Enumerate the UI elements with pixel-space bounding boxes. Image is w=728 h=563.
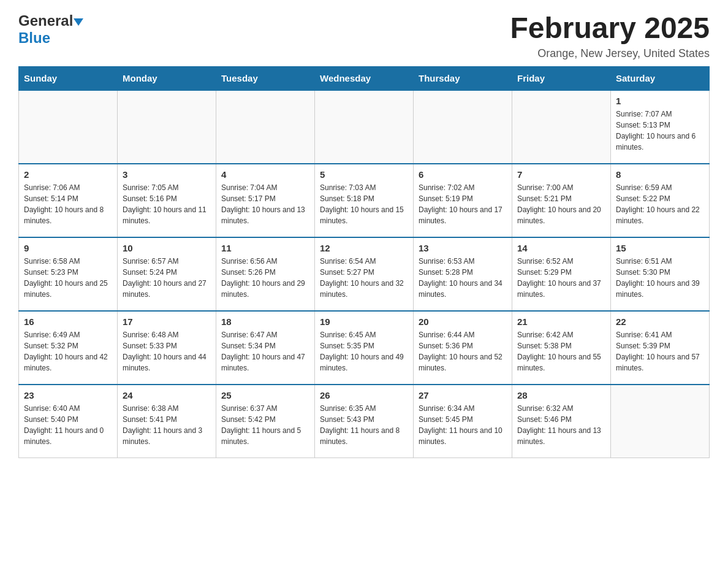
day-number: 1 (616, 96, 704, 106)
day-info: Sunrise: 6:58 AMSunset: 5:23 PMDaylight:… (24, 256, 112, 300)
calendar-cell: 5Sunrise: 7:03 AMSunset: 5:18 PMDaylight… (315, 164, 414, 237)
day-info: Sunrise: 7:07 AMSunset: 5:13 PMDaylight:… (616, 109, 704, 153)
calendar-week-row: 1Sunrise: 7:07 AMSunset: 5:13 PMDaylight… (19, 90, 710, 164)
day-info: Sunrise: 7:04 AMSunset: 5:17 PMDaylight:… (221, 182, 309, 226)
calendar-cell: 20Sunrise: 6:44 AMSunset: 5:36 PMDayligh… (414, 311, 512, 385)
calendar-cell: 11Sunrise: 6:56 AMSunset: 5:26 PMDayligh… (216, 237, 315, 311)
calendar-cell (512, 90, 611, 164)
weekday-header-thursday: Thursday (414, 66, 512, 90)
calendar-cell (611, 385, 710, 458)
day-info: Sunrise: 6:41 AMSunset: 5:39 PMDaylight:… (616, 329, 704, 373)
day-number: 17 (123, 316, 211, 327)
day-number: 10 (123, 243, 211, 253)
calendar-cell: 13Sunrise: 6:53 AMSunset: 5:28 PMDayligh… (414, 237, 512, 311)
day-number: 20 (419, 316, 507, 327)
day-info: Sunrise: 6:56 AMSunset: 5:26 PMDaylight:… (221, 256, 309, 300)
day-number: 3 (123, 169, 211, 180)
day-info: Sunrise: 7:06 AMSunset: 5:14 PMDaylight:… (24, 182, 112, 226)
day-number: 28 (517, 390, 605, 400)
day-info: Sunrise: 6:42 AMSunset: 5:38 PMDaylight:… (517, 329, 605, 373)
weekday-header-friday: Friday (512, 66, 611, 90)
weekday-row: SundayMondayTuesdayWednesdayThursdayFrid… (19, 66, 710, 90)
day-number: 13 (419, 243, 507, 253)
day-info: Sunrise: 6:57 AMSunset: 5:24 PMDaylight:… (123, 256, 211, 300)
day-info: Sunrise: 7:00 AMSunset: 5:21 PMDaylight:… (517, 182, 605, 226)
calendar-cell: 15Sunrise: 6:51 AMSunset: 5:30 PMDayligh… (611, 237, 710, 311)
day-info: Sunrise: 6:32 AMSunset: 5:46 PMDaylight:… (517, 403, 605, 447)
calendar-cell: 25Sunrise: 6:37 AMSunset: 5:42 PMDayligh… (216, 385, 315, 458)
day-number: 12 (320, 243, 408, 253)
day-number: 23 (24, 390, 112, 400)
calendar-cell: 24Sunrise: 6:38 AMSunset: 5:41 PMDayligh… (118, 385, 216, 458)
weekday-header-monday: Monday (118, 66, 216, 90)
day-number: 15 (616, 243, 704, 253)
calendar-table: SundayMondayTuesdayWednesdayThursdayFrid… (18, 66, 710, 459)
calendar-cell (19, 90, 118, 164)
day-number: 2 (24, 169, 112, 180)
calendar-cell: 19Sunrise: 6:45 AMSunset: 5:35 PMDayligh… (315, 311, 414, 385)
day-number: 27 (419, 390, 507, 400)
calendar-cell: 26Sunrise: 6:35 AMSunset: 5:43 PMDayligh… (315, 385, 414, 458)
calendar-cell: 3Sunrise: 7:05 AMSunset: 5:16 PMDaylight… (118, 164, 216, 237)
calendar-cell: 10Sunrise: 6:57 AMSunset: 5:24 PMDayligh… (118, 237, 216, 311)
day-info: Sunrise: 6:40 AMSunset: 5:40 PMDaylight:… (24, 403, 112, 447)
calendar-cell: 2Sunrise: 7:06 AMSunset: 5:14 PMDaylight… (19, 164, 118, 237)
calendar-cell: 17Sunrise: 6:48 AMSunset: 5:33 PMDayligh… (118, 311, 216, 385)
weekday-header-sunday: Sunday (19, 66, 118, 90)
calendar-week-row: 23Sunrise: 6:40 AMSunset: 5:40 PMDayligh… (19, 385, 710, 458)
calendar-cell (414, 90, 512, 164)
day-number: 16 (24, 316, 112, 327)
weekday-header-saturday: Saturday (611, 66, 710, 90)
logo-general-text: General (18, 12, 73, 29)
day-info: Sunrise: 7:02 AMSunset: 5:19 PMDaylight:… (419, 182, 507, 226)
calendar-cell: 27Sunrise: 6:34 AMSunset: 5:45 PMDayligh… (414, 385, 512, 458)
day-info: Sunrise: 7:05 AMSunset: 5:16 PMDaylight:… (123, 182, 211, 226)
month-title: February 2025 (510, 12, 710, 45)
day-info: Sunrise: 6:54 AMSunset: 5:27 PMDaylight:… (320, 256, 408, 300)
calendar-cell: 4Sunrise: 7:04 AMSunset: 5:17 PMDaylight… (216, 164, 315, 237)
day-number: 22 (616, 316, 704, 327)
day-number: 14 (517, 243, 605, 253)
day-number: 7 (517, 169, 605, 180)
calendar-cell: 6Sunrise: 7:02 AMSunset: 5:19 PMDaylight… (414, 164, 512, 237)
logo: General Blue (18, 12, 83, 47)
day-info: Sunrise: 6:49 AMSunset: 5:32 PMDaylight:… (24, 329, 112, 373)
calendar-week-row: 16Sunrise: 6:49 AMSunset: 5:32 PMDayligh… (19, 311, 710, 385)
day-info: Sunrise: 6:45 AMSunset: 5:35 PMDaylight:… (320, 329, 408, 373)
day-info: Sunrise: 6:35 AMSunset: 5:43 PMDaylight:… (320, 403, 408, 447)
calendar-cell: 18Sunrise: 6:47 AMSunset: 5:34 PMDayligh… (216, 311, 315, 385)
day-info: Sunrise: 6:59 AMSunset: 5:22 PMDaylight:… (616, 182, 704, 226)
day-number: 9 (24, 243, 112, 253)
day-info: Sunrise: 6:53 AMSunset: 5:28 PMDaylight:… (419, 256, 507, 300)
day-number: 25 (221, 390, 309, 400)
calendar-cell: 28Sunrise: 6:32 AMSunset: 5:46 PMDayligh… (512, 385, 611, 458)
day-info: Sunrise: 6:38 AMSunset: 5:41 PMDaylight:… (123, 403, 211, 447)
day-number: 26 (320, 390, 408, 400)
day-info: Sunrise: 6:34 AMSunset: 5:45 PMDaylight:… (419, 403, 507, 447)
calendar-cell (216, 90, 315, 164)
calendar-cell: 22Sunrise: 6:41 AMSunset: 5:39 PMDayligh… (611, 311, 710, 385)
day-number: 5 (320, 169, 408, 180)
calendar-cell: 8Sunrise: 6:59 AMSunset: 5:22 PMDaylight… (611, 164, 710, 237)
calendar-cell: 21Sunrise: 6:42 AMSunset: 5:38 PMDayligh… (512, 311, 611, 385)
location-subtitle: Orange, New Jersey, United States (510, 47, 710, 60)
title-area: February 2025 Orange, New Jersey, United… (510, 12, 710, 60)
calendar-cell: 12Sunrise: 6:54 AMSunset: 5:27 PMDayligh… (315, 237, 414, 311)
logo-blue-text: Blue (18, 29, 50, 47)
calendar-cell: 14Sunrise: 6:52 AMSunset: 5:29 PMDayligh… (512, 237, 611, 311)
calendar-cell: 9Sunrise: 6:58 AMSunset: 5:23 PMDaylight… (19, 237, 118, 311)
day-info: Sunrise: 7:03 AMSunset: 5:18 PMDaylight:… (320, 182, 408, 226)
day-info: Sunrise: 6:47 AMSunset: 5:34 PMDaylight:… (221, 329, 309, 373)
day-info: Sunrise: 6:52 AMSunset: 5:29 PMDaylight:… (517, 256, 605, 300)
calendar-week-row: 2Sunrise: 7:06 AMSunset: 5:14 PMDaylight… (19, 164, 710, 237)
calendar-cell: 23Sunrise: 6:40 AMSunset: 5:40 PMDayligh… (19, 385, 118, 458)
day-number: 6 (419, 169, 507, 180)
header: General Blue February 2025 Orange, New J… (18, 12, 710, 60)
day-number: 18 (221, 316, 309, 327)
day-number: 24 (123, 390, 211, 400)
calendar-cell: 1Sunrise: 7:07 AMSunset: 5:13 PMDaylight… (611, 90, 710, 164)
calendar-cell: 16Sunrise: 6:49 AMSunset: 5:32 PMDayligh… (19, 311, 118, 385)
calendar-week-row: 9Sunrise: 6:58 AMSunset: 5:23 PMDaylight… (19, 237, 710, 311)
calendar-cell (315, 90, 414, 164)
calendar-body: 1Sunrise: 7:07 AMSunset: 5:13 PMDaylight… (19, 90, 710, 458)
